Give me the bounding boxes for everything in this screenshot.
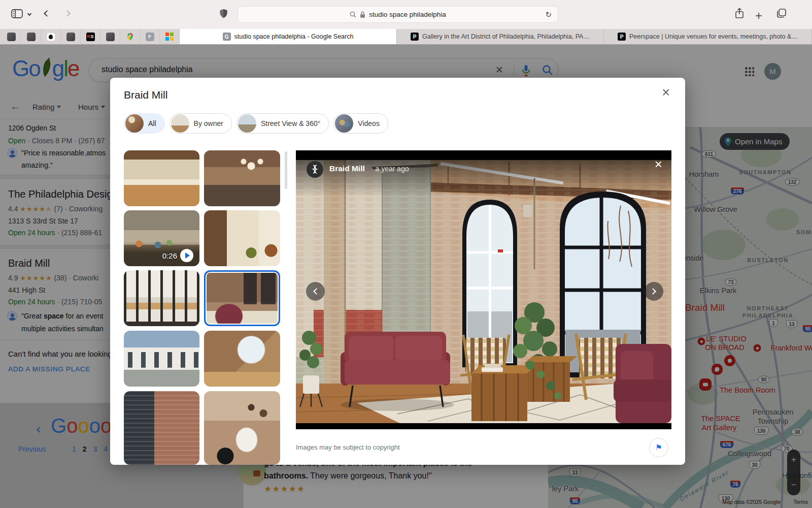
chip-label: Street View & 360° <box>261 119 320 128</box>
forward-button[interactable] <box>65 11 70 16</box>
pinned-tabs: RSF <box>0 29 180 44</box>
browser-toolbar: studio space philadelphia ↻ + <box>0 0 812 29</box>
copyright-notice: Images may be subject to copyright <box>296 443 400 451</box>
sofa-right <box>614 344 671 423</box>
site-favicon <box>106 33 115 41</box>
pinned-tab-site[interactable] <box>61 29 81 44</box>
tab-peerspace[interactable]: P Peerspace | Unique venues for events, … <box>604 29 812 44</box>
url-text: studio space philadelphia <box>369 11 446 18</box>
chip-thumbnail <box>335 114 353 133</box>
braid-mill-photo <box>296 160 671 423</box>
braid-logo-icon <box>311 165 319 174</box>
figma-favicon: F <box>146 33 154 41</box>
chip-all[interactable]: All <box>124 113 165 134</box>
chip-by-owner[interactable]: By owner <box>170 113 232 134</box>
modal-close-icon[interactable]: × <box>662 86 670 100</box>
peerspace-favicon: P <box>618 33 626 41</box>
image-viewer: Braid Mill · a year ago × <box>296 150 671 429</box>
site-favicon <box>66 33 75 41</box>
reload-icon[interactable]: ↻ <box>545 10 552 19</box>
thumbnail-kitchen-bar[interactable] <box>124 270 199 326</box>
thumbnail-window-office[interactable] <box>204 331 280 387</box>
chevron-down-icon[interactable] <box>28 12 31 15</box>
site-favicon <box>7 33 16 41</box>
gallery-filter-chips: All By owner Street View & 360° Videos <box>124 113 388 134</box>
chip-videos[interactable]: Videos <box>333 113 388 134</box>
chip-thumbnail <box>125 114 144 133</box>
thumbnail-event-video[interactable]: 0:26 <box>124 210 199 266</box>
thumbnail-wedding-couple[interactable] <box>204 391 280 465</box>
pinned-tab-figma[interactable]: F <box>140 29 160 44</box>
tab-strip: RSF G studio space philadelphia - Google… <box>0 29 812 45</box>
pinned-tab-microsoft[interactable] <box>160 29 180 44</box>
privacy-shield-icon[interactable] <box>219 9 228 19</box>
play-icon <box>180 249 193 262</box>
site-favicon <box>27 33 36 41</box>
thumbnail-scrollbar[interactable] <box>285 151 287 189</box>
address-bar[interactable]: studio space philadelphia ↻ <box>238 6 558 23</box>
video-duration: 0:26 <box>162 251 177 260</box>
shield-icon <box>219 9 228 19</box>
new-tab-button[interactable]: + <box>755 9 762 23</box>
viewer-age: · a year ago <box>371 165 409 173</box>
previous-image-button[interactable] <box>306 282 325 301</box>
screen: studio space philadelphia ↻ + RSF G stud… <box>0 0 812 508</box>
tab-title: studio space philadelphia - Google Searc… <box>234 33 354 40</box>
thumbnail-hallway-lounge[interactable] <box>204 210 280 266</box>
lock-icon <box>360 11 365 18</box>
google-maps-favicon <box>126 33 134 41</box>
pinned-tab-site[interactable] <box>100 29 120 44</box>
pinned-tab-apple[interactable] <box>41 29 61 44</box>
rs-favicon: RS <box>86 33 95 41</box>
viewer-source-name[interactable]: Braid Mill <box>329 164 365 173</box>
chip-thumbnail <box>238 114 256 133</box>
apple-favicon <box>47 33 55 41</box>
share-glyph <box>735 8 744 19</box>
tab-google-search[interactable]: G studio space philadelphia - Google Sea… <box>180 29 397 44</box>
pinned-tab-site[interactable] <box>21 29 41 44</box>
microsoft-favicon <box>165 33 174 41</box>
next-image-button[interactable] <box>645 282 663 301</box>
tabs-glyph <box>776 8 787 18</box>
tab-title: Gallery in the Art District of Philadelp… <box>422 33 590 40</box>
chip-thumbnail <box>171 114 189 133</box>
tab-gallery[interactable]: P Gallery in the Art District of Philade… <box>397 29 604 44</box>
panel-icon <box>11 9 23 18</box>
braid-mill-avatar[interactable] <box>307 161 323 178</box>
report-flag-button[interactable]: ⚑ <box>649 438 668 457</box>
pinned-tab-google-maps[interactable] <box>120 29 140 44</box>
chip-street-view[interactable]: Street View & 360° <box>236 113 329 134</box>
share-icon[interactable] <box>735 8 744 19</box>
chip-label: Videos <box>358 119 380 128</box>
viewer-close-icon[interactable]: × <box>655 157 662 171</box>
thumbnail-red-couch-room[interactable] <box>204 270 280 326</box>
chip-label: All <box>148 119 156 128</box>
sidebar-toggle-icon[interactable] <box>11 9 23 18</box>
modal-title: Braid Mill <box>124 89 167 101</box>
google-favicon: G <box>223 33 231 41</box>
image-gallery-modal: Braid Mill × All By owner Street View & … <box>110 78 685 465</box>
peerspace-favicon: P <box>411 33 419 41</box>
chip-label: By owner <box>194 119 223 128</box>
pinned-tab-rs[interactable]: RS <box>81 29 100 44</box>
pinned-tab-site[interactable] <box>2 29 21 44</box>
thumbnail-white-building-exterior[interactable] <box>124 331 199 387</box>
thumbnail-open-loft[interactable] <box>124 150 199 206</box>
thumbnail-mezzanine-lounge[interactable] <box>204 150 280 206</box>
tab-overview-icon[interactable] <box>776 8 787 18</box>
thumbnail-brick-wall-door[interactable] <box>124 391 199 465</box>
back-button[interactable] <box>45 11 49 16</box>
tab-title: Peerspace | Unique venues for events, me… <box>629 33 798 40</box>
search-icon <box>350 11 356 18</box>
